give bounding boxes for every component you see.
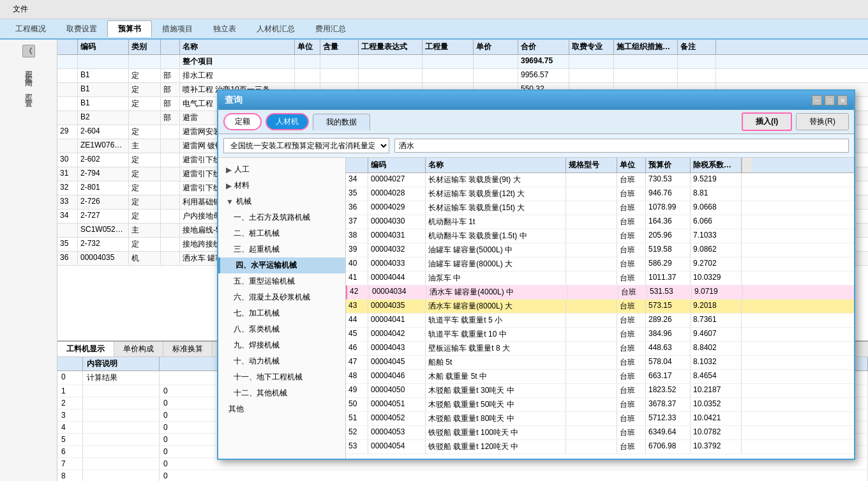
bottom-row-8[interactable]: 8 0 xyxy=(57,470,868,481)
dialog-table-row[interactable]: 40 00004033 油罐车 罐容量(8000L) 大 台班 586.29 9… xyxy=(346,257,854,271)
tree-sub-dongli[interactable]: 十、动力机械 xyxy=(218,353,345,369)
top-nav: 文件 xyxy=(0,0,868,19)
th-price: 单价 xyxy=(474,40,518,54)
tab-query[interactable]: 定额 xyxy=(223,113,262,130)
dialog-table-row[interactable]: 45 00004042 轨道平车 载重量t 10 中 台班 384.96 9.4… xyxy=(346,328,854,342)
dialog-table-row[interactable]: 43 00004035 洒水车 罐容量(8000L) 大 台班 573.15 9… xyxy=(346,300,854,314)
dialog-tree: ▶ 人工 ▶ 材料 ▼ 机械 一、土石方及筑路机械 二、桩工机械 三、起重机械 … xyxy=(218,158,346,459)
sidebar-label-gongcheng2: 工程 治商1... xyxy=(20,68,36,86)
dialog-table-row[interactable]: 34 00004027 长材运输车 装载质量(9t) 大 台班 730.53 9… xyxy=(346,173,854,187)
dialog-table-row[interactable]: 46 00004043 壁板运输车 载重量t 8 大 台班 448.63 8.8… xyxy=(346,342,854,356)
th-type: 类别 xyxy=(129,40,161,54)
th-org: 施工组织措施类别 xyxy=(614,40,678,54)
tree-sub-tushifang[interactable]: 一、土石方及筑路机械 xyxy=(218,210,345,225)
replace-button[interactable]: 替换(R) xyxy=(796,113,849,130)
tree-sub-qizhong[interactable]: 三、起重机械 xyxy=(218,241,345,257)
th-code: 编码 xyxy=(78,40,129,54)
dialog-table-row[interactable]: 53 00004054 铁驳船 载重量t 120吨天 中 台班 6706.98 … xyxy=(346,440,854,454)
th-qty: 含量 xyxy=(320,40,359,54)
bottom-tab-biaozhunhuansuan[interactable]: 标准换算 xyxy=(163,342,213,356)
dialog-controls: ─ □ ✕ xyxy=(812,95,848,105)
dialog-table-row[interactable]: 49 00004050 木驳船 载重量t 30吨天 中 台班 1823.52 1… xyxy=(346,384,854,398)
tree-sub-hunningtu[interactable]: 六、混凝土及砂浆机械 xyxy=(218,289,345,305)
dialog-table-row[interactable]: 44 00004041 轨道平车 载重量t 5 小 台班 289.26 8.73… xyxy=(346,314,854,328)
tab-dulibiao[interactable]: 独立表 xyxy=(203,21,246,37)
tab-qufeishezhi[interactable]: 取费设置 xyxy=(56,21,107,37)
top-nav-file[interactable]: 文件 xyxy=(5,1,36,17)
quota-dropdown[interactable]: 全国统一安装工程预算定额河北省消耗量定额(2012) xyxy=(223,138,389,153)
bottom-tab-gongliangji[interactable]: 工料机显示 xyxy=(57,342,114,356)
tree-sub-qita-jixie[interactable]: 十二、其他机械 xyxy=(218,385,345,401)
dialog-table-row[interactable]: 41 00004044 油泵车 中 台班 1011.37 10.0329 xyxy=(346,271,854,286)
tab-gongcheng-gaikuang[interactable]: 工程概况 xyxy=(5,21,56,37)
tab-rencaiji[interactable]: 人材机 xyxy=(266,113,309,130)
th-unit2 xyxy=(161,40,180,54)
table-row[interactable]: B1 定 部 排水工程 9956.57 xyxy=(57,69,868,83)
table-row-total[interactable]: 整个项目 39694.75 xyxy=(57,55,868,69)
main-table-header: 编码 类别 名称 单位 含量 工程量表达式 工程量 单价 合价 取费专业 施工组… xyxy=(57,40,868,55)
tree-item-cailiao[interactable]: ▶ 材料 xyxy=(218,178,345,194)
dialog-table-row[interactable]: 42 00004034 洒水车 罐容量(4000L) 中 台班 531.53 9… xyxy=(346,286,854,300)
dialog-close-button[interactable]: ✕ xyxy=(837,95,848,105)
th-expr: 工程量表达式 xyxy=(359,40,423,54)
tree-arrow-cailiao: ▶ xyxy=(226,181,232,190)
main-tabs: 工程概况 取费设置 预算书 措施项目 独立表 人材机汇总 费用汇总 xyxy=(0,19,868,40)
dialog-table-row[interactable]: 37 00004030 机动翻斗车 1t 台班 164.36 6.066 xyxy=(346,215,854,229)
dialog-table-row[interactable]: 38 00004031 机动翻斗车 装载质量(1.5t) 中 台班 205.96… xyxy=(346,229,854,243)
dialog-title: 查询 xyxy=(225,95,243,106)
th-unit: 单位 xyxy=(295,40,320,54)
dialog-maximize-button[interactable]: □ xyxy=(825,95,835,105)
tab-rencaiji[interactable]: 人材机汇总 xyxy=(246,21,305,37)
dialog-minimize-button[interactable]: ─ xyxy=(812,95,822,105)
dialog-titlebar: 查询 ─ □ ✕ xyxy=(218,91,854,110)
tab-feiyonghuizong[interactable]: 费用汇总 xyxy=(305,21,356,37)
th-num xyxy=(57,40,78,54)
dialog-table-row[interactable]: 47 00004045 船舶 5t 台班 578.04 8.1032 xyxy=(346,356,854,370)
dialog-table-row[interactable]: 48 00004046 木船 载重量 5t 中 台班 663.17 8.4654 xyxy=(346,370,854,384)
dialog-table-header: 编码 名称 规格型号 单位 预算价 除税系数（%） xyxy=(346,158,854,173)
tree-sub-dixia[interactable]: 十一、地下工程机械 xyxy=(218,369,345,385)
th-amount: 工程量 xyxy=(423,40,474,54)
tree-sub-zhongxing[interactable]: 五、重型运输机械 xyxy=(218,273,345,289)
tab-yusuanshu[interactable]: 预算书 xyxy=(107,20,152,37)
sidebar-label-zhiguan: 置管 xyxy=(20,91,36,96)
tree-sub-benglei[interactable]: 八、泵类机械 xyxy=(218,321,345,337)
dialog-body: ▶ 人工 ▶ 材料 ▼ 机械 一、土石方及筑路机械 二、桩工机械 三、起重机械 … xyxy=(218,158,854,459)
dialog-table-row[interactable]: 52 00004053 铁驳船 载重量t 100吨天 中 台班 6349.64 … xyxy=(346,426,854,440)
th-fee: 取费专业 xyxy=(569,40,614,54)
tree-item-rengong[interactable]: ▶ 人工 xyxy=(218,162,345,178)
left-sidebar: 《 工程 工程 治商1... 工程 置管 xyxy=(0,40,57,481)
tree-sub-qita[interactable]: 其他 xyxy=(218,401,345,417)
dialog-table-row[interactable]: 36 00004029 长材运输车 装载质量(15t) 大 台班 1078.99… xyxy=(346,201,854,215)
tree-sub-jiagong[interactable]: 七、加工机械 xyxy=(218,305,345,321)
dialog-table-row[interactable]: 50 00004051 木驳船 载重量t 50吨天 中 台班 3678.37 1… xyxy=(346,398,854,412)
insert-button[interactable]: 插入(I) xyxy=(742,112,792,131)
th-name: 名称 xyxy=(180,40,295,54)
collapse-button[interactable]: 《 xyxy=(22,45,35,57)
search-input[interactable] xyxy=(394,139,849,153)
th-note: 备注 xyxy=(678,40,716,54)
tab-mydata[interactable]: 我的数据 xyxy=(313,114,370,130)
tree-arrow-jixie: ▼ xyxy=(226,197,234,206)
tree-sub-zhuanggong[interactable]: 二、桩工机械 xyxy=(218,225,345,241)
th-total: 合价 xyxy=(518,40,569,54)
dialog-table-row[interactable]: 51 00004052 木驳船 载重量t 80吨天 中 台班 5712.33 1… xyxy=(346,412,854,426)
tree-sub-shuiping[interactable]: 四、水平运输机械 xyxy=(218,257,345,273)
sidebar-label-gongcheng3: 工程 xyxy=(20,86,36,91)
query-dialog: 查询 ─ □ ✕ 定额 人材机 我的数据 插入(I) 替换(R) 全国统一安装工… xyxy=(217,89,855,460)
bottom-tab-danjiagoucheng[interactable]: 单价构成 xyxy=(114,342,163,356)
dialog-table-row[interactable]: 35 00004028 长材运输车 装载质量(12t) 大 台班 946.76 … xyxy=(346,187,854,201)
dialog-table-row[interactable]: 39 00004032 油罐车 罐容量(5000L) 中 台班 519.58 9… xyxy=(346,243,854,257)
tree-arrow-rengong: ▶ xyxy=(226,165,232,174)
dialog-data-table: 34 00004027 长材运输车 装载质量(9t) 大 台班 730.53 9… xyxy=(346,173,854,459)
sidebar-label-gongcheng: 工程 xyxy=(20,63,36,68)
dialog-search-row: 全国统一安装工程预算定额河北省消耗量定额(2012) xyxy=(218,134,854,158)
tree-item-jixie[interactable]: ▼ 机械 xyxy=(218,194,345,210)
dialog-overlay: 文件 工程概况 取费设置 预算书 措施项目 独立表 人材机汇总 费用汇总 《 工… xyxy=(0,0,868,481)
dialog-right: 编码 名称 规格型号 单位 预算价 除税系数（%） 34 00004027 长材… xyxy=(346,158,854,459)
tree-sub-hanjie[interactable]: 九、焊接机械 xyxy=(218,337,345,353)
tab-cuoshixiangmu[interactable]: 措施项目 xyxy=(152,21,203,37)
